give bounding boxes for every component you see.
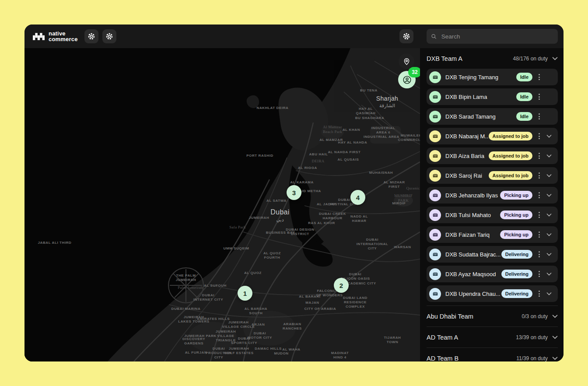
driver-cluster-marker[interactable]: 32 xyxy=(398,71,416,88)
car-icon xyxy=(432,192,439,199)
driver-avatar xyxy=(429,71,441,83)
settings-button-right[interactable] xyxy=(399,29,413,43)
car-icon xyxy=(432,172,439,179)
status-badge: Delivering xyxy=(501,270,532,278)
chevron-down-icon[interactable] xyxy=(544,272,554,276)
kebab-menu-icon[interactable] xyxy=(535,112,543,121)
team-row[interactable]: AD Team A 13/39 on duty xyxy=(427,327,558,348)
kebab-menu-icon[interactable] xyxy=(535,131,543,141)
chevron-down-icon[interactable] xyxy=(544,253,554,256)
location-pin-button[interactable] xyxy=(399,53,414,69)
chevron-down-icon[interactable] xyxy=(544,292,554,295)
status-badge: Assigned to job xyxy=(489,132,533,140)
logo-mark-icon xyxy=(33,33,45,40)
driver-row[interactable]: DXB Sarad Tamang Idle xyxy=(427,108,558,125)
driver-row[interactable]: DXB Saroj Rai Assigned to job xyxy=(427,167,558,184)
map-canvas[interactable]: NAKHLAT DEIRAPORT RASHIDAL KARAMAOUD MET… xyxy=(24,48,420,361)
collapsed-team-list: Abu Dhabi Team 0/3 on duty AD Team A 13/… xyxy=(427,305,558,361)
driver-name: DXB Sarad Tamang xyxy=(445,113,516,120)
status-badge: Assigned to job xyxy=(489,151,533,160)
driver-row[interactable]: DXB Sudatta Bajrac... Delivering xyxy=(427,246,558,263)
kebab-menu-icon[interactable] xyxy=(535,151,543,161)
map-artwork xyxy=(24,48,420,361)
driver-avatar xyxy=(429,249,441,260)
status-badge: Picking up xyxy=(500,191,532,200)
driver-row[interactable]: DXB Jehanzalb Ilyas Picking up xyxy=(427,187,558,204)
driver-row[interactable]: DXB Ayaz Maqsood Delivering xyxy=(427,266,558,282)
car-icon xyxy=(432,270,439,277)
chevron-down-icon[interactable] xyxy=(544,213,554,217)
car-icon xyxy=(432,152,439,159)
kebab-menu-icon[interactable] xyxy=(535,190,543,200)
settings-button-2[interactable] xyxy=(102,29,116,43)
driver-name: DXB Upendra Chau... xyxy=(445,291,501,297)
map-marker-1[interactable]: 1 xyxy=(238,286,252,301)
car-icon xyxy=(432,113,439,120)
driver-name: DXB Ayaz Maqsood xyxy=(445,271,501,277)
driver-avatar xyxy=(429,150,441,162)
app-window: native commerce xyxy=(24,25,564,361)
team-row[interactable]: AD Team B 11/39 on duty xyxy=(427,348,558,361)
search-icon xyxy=(431,33,437,40)
team-row[interactable]: Abu Dhabi Team 0/3 on duty xyxy=(427,306,558,327)
driver-row[interactable]: DXB Faizan Tariq Picking up xyxy=(427,226,558,243)
driver-avatar xyxy=(429,130,441,142)
driver-list: DXB Tenjing Tamang Idle DXB Bipin Lama I… xyxy=(427,69,558,302)
chevron-down-icon[interactable] xyxy=(544,233,554,236)
driver-avatar xyxy=(429,209,441,221)
status-badge: Delivering xyxy=(501,289,532,298)
status-badge: Picking up xyxy=(500,211,532,219)
kebab-menu-icon[interactable] xyxy=(535,171,543,180)
driver-avatar xyxy=(429,229,441,241)
settings-button-1[interactable] xyxy=(84,29,98,43)
driver-name: DXB Bipin Lama xyxy=(445,94,516,100)
team-name: AD Team A xyxy=(427,334,516,341)
search-bar[interactable] xyxy=(427,29,558,44)
kebab-menu-icon[interactable] xyxy=(535,289,543,298)
kebab-menu-icon[interactable] xyxy=(535,269,543,279)
chevron-down-icon[interactable] xyxy=(552,56,558,60)
chevron-down-icon[interactable] xyxy=(552,335,558,339)
car-icon xyxy=(432,133,439,140)
team-name: AD Team B xyxy=(427,355,516,362)
driver-avatar xyxy=(429,91,441,103)
driver-name: DXB Aiza Baria xyxy=(445,153,489,159)
brand-name: native commerce xyxy=(49,31,78,42)
team-on-duty-count: 11/39 on duty xyxy=(516,355,548,361)
driver-avatar xyxy=(429,288,441,300)
map-marker-4[interactable]: 4 xyxy=(350,190,365,205)
team-name: Abu Dhabi Team xyxy=(427,313,522,320)
search-input[interactable] xyxy=(441,33,553,40)
chevron-down-icon[interactable] xyxy=(552,314,558,318)
kebab-menu-icon[interactable] xyxy=(535,230,543,239)
kebab-menu-icon[interactable] xyxy=(535,92,543,102)
chevron-down-icon[interactable] xyxy=(544,174,554,177)
driver-name: DXB Jehanzalb Ilyas xyxy=(445,192,500,199)
status-badge: Idle xyxy=(516,73,532,81)
map-marker-2[interactable]: 2 xyxy=(334,278,349,293)
driver-avatar xyxy=(429,170,441,182)
gear-icon xyxy=(402,32,411,41)
chevron-down-icon[interactable] xyxy=(544,193,554,197)
chevron-down-icon[interactable] xyxy=(552,356,558,360)
driver-row[interactable]: DXB Tulsi Mahato Picking up xyxy=(427,207,558,223)
car-icon xyxy=(432,290,439,297)
driver-row[interactable]: DXB Tenjing Tamang Idle xyxy=(427,69,558,85)
driver-name: DXB Nabaraj M... xyxy=(445,133,489,140)
driver-row[interactable]: DXB Nabaraj M... Assigned to job xyxy=(427,128,558,144)
driver-row[interactable]: DXB Bipin Lama Idle xyxy=(427,88,558,105)
chevron-down-icon[interactable] xyxy=(544,134,554,138)
team-header-dxb-a[interactable]: DXB Team A 48/176 on duty xyxy=(427,48,558,69)
kebab-menu-icon[interactable] xyxy=(535,210,543,220)
driver-row[interactable]: DXB Upendra Chau... Delivering xyxy=(427,285,558,302)
driver-name: DXB Faizan Tariq xyxy=(445,232,500,238)
chevron-down-icon[interactable] xyxy=(544,154,554,158)
top-bar: native commerce xyxy=(24,25,564,48)
driver-row[interactable]: DXB Aiza Baria Assigned to job xyxy=(427,147,558,164)
status-badge: Idle xyxy=(516,112,532,121)
map-marker-3[interactable]: 3 xyxy=(287,185,301,200)
kebab-menu-icon[interactable] xyxy=(535,249,543,259)
driver-name: DXB Tenjing Tamang xyxy=(445,74,516,81)
car-icon xyxy=(432,211,439,218)
kebab-menu-icon[interactable] xyxy=(535,72,543,82)
